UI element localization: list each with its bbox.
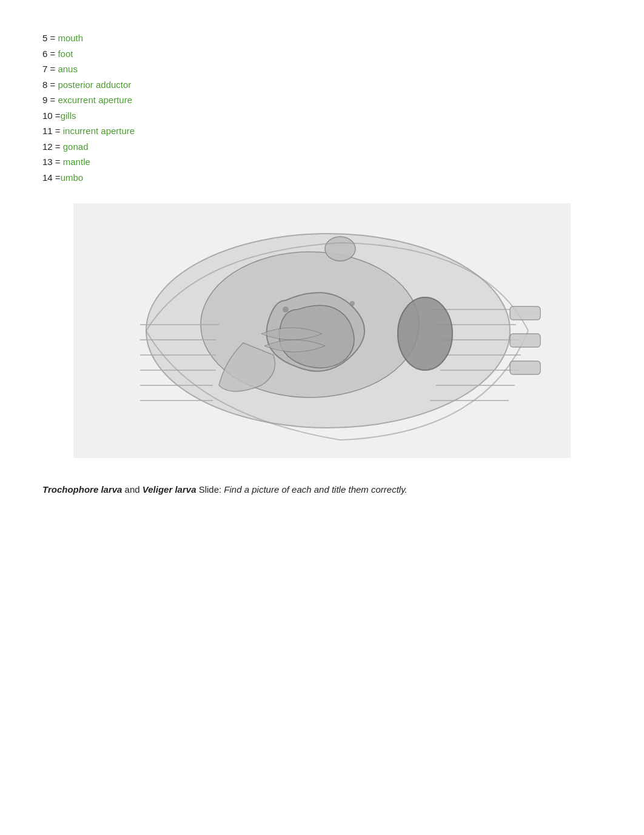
legend-number-13: 13 = (42, 157, 63, 167)
slide-instruction: Find a picture of each and title them co… (224, 484, 407, 495)
legend-term-5: mouth (58, 33, 83, 43)
legend-term-9: excurrent aperture (58, 95, 132, 105)
legend-item-5: 5 = mouth (42, 30, 602, 46)
diagram-container (42, 203, 602, 458)
legend-term-7: anus (58, 64, 78, 74)
legend-item-7: 7 = anus (42, 61, 602, 77)
legend-item-12: 12 = gonad (42, 139, 602, 155)
legend-item-8: 8 = posterior adductor (42, 77, 602, 93)
svg-point-19 (350, 301, 355, 306)
legend-number-14: 14 = (42, 172, 61, 183)
legend-term-14: umbo (61, 172, 84, 183)
legend-number-11: 11 = (42, 126, 63, 136)
svg-point-18 (283, 306, 289, 313)
legend-item-6: 6 = foot (42, 46, 602, 62)
legend-number-8: 8 = (42, 79, 58, 90)
legend-item-14: 14 =umbo (42, 170, 602, 186)
legend-item-11: 11 = incurrent aperture (42, 123, 602, 139)
legend-number-9: 9 = (42, 95, 58, 105)
anatomy-diagram (73, 203, 571, 458)
legend-item-13: 13 = mantle (42, 154, 602, 170)
svg-rect-22 (510, 361, 540, 374)
veliger-label: Veliger larva (143, 484, 196, 495)
legend-section: 5 = mouth 6 = foot 7 = anus 8 = posterio… (42, 30, 602, 185)
legend-item-10: 10 =gills (42, 108, 602, 124)
legend-number-6: 6 = (42, 49, 58, 59)
bottom-text-section: Trochophore larva and Veliger larva Slid… (42, 482, 602, 497)
legend-number-12: 12 = (42, 141, 63, 152)
trochophore-label: Trochophore larva (42, 484, 122, 495)
legend-term-6: foot (58, 49, 73, 59)
legend-term-11: incurrent aperture (63, 126, 135, 136)
and-text: and (122, 484, 142, 495)
legend-term-12: gonad (63, 141, 89, 152)
legend-number-5: 5 = (42, 33, 58, 43)
svg-point-17 (398, 297, 452, 370)
legend-number-7: 7 = (42, 64, 58, 74)
slide-text: Slide: (196, 484, 224, 495)
legend-term-8: posterior adductor (58, 79, 131, 90)
legend-term-10: gills (61, 110, 76, 121)
svg-rect-21 (510, 334, 540, 347)
svg-rect-20 (510, 306, 540, 320)
svg-point-16 (325, 237, 355, 261)
legend-item-9: 9 = excurrent aperture (42, 92, 602, 108)
legend-term-13: mantle (63, 157, 90, 167)
legend-number-10: 10 = (42, 110, 61, 121)
